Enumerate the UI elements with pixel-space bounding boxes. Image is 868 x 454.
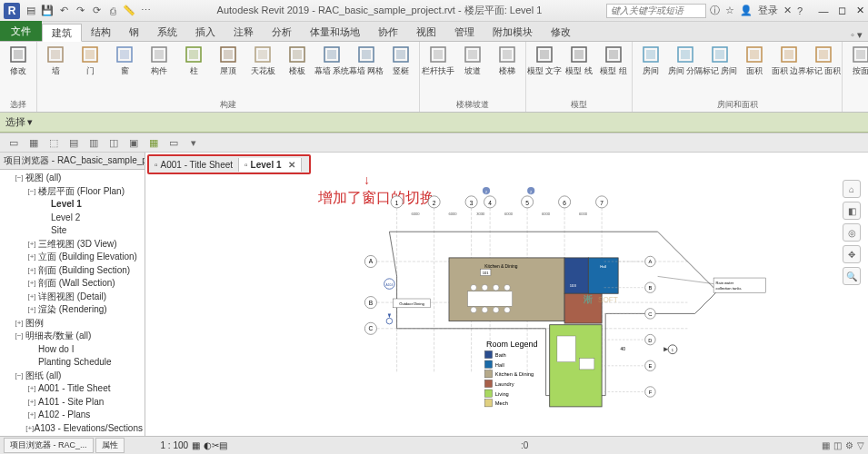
tree-item[interactable]: [+]立面 (Building Elevation) <box>2 251 143 264</box>
tree-toggle-icon[interactable]: [+] <box>25 291 38 302</box>
tree-toggle-icon[interactable]: [+] <box>25 304 38 315</box>
ribbon-button[interactable]: 屋顶 <box>214 44 243 76</box>
ribbon-tab[interactable]: 钢 <box>120 23 148 41</box>
ribbon-button[interactable]: 修改 <box>4 44 33 76</box>
ribbon-tab[interactable]: 修改 <box>542 23 580 41</box>
status-tab[interactable]: 属性 <box>95 438 125 453</box>
ribbon-button[interactable]: 墙 <box>41 44 70 76</box>
file-tab[interactable]: 文件 <box>0 21 42 41</box>
maximize-button[interactable]: ◻ <box>833 5 850 17</box>
close-icon[interactable]: ✕ <box>288 160 295 170</box>
ribbon-tab[interactable]: 系统 <box>148 23 186 41</box>
tree-item[interactable]: [+]A103 - Elevations/Sections <box>2 422 143 436</box>
ribbon-tab[interactable]: 管理 <box>445 23 484 41</box>
view-tab[interactable]: ▫Level 1✕ <box>239 158 301 172</box>
tree-item[interactable]: [+]图例 <box>2 317 143 331</box>
ribbon-tab[interactable]: 建筑 <box>42 24 82 42</box>
ribbon-button[interactable]: 面积 边界 <box>774 44 803 76</box>
scale-label[interactable]: 1 : 100 <box>161 440 189 450</box>
nav-home-icon[interactable]: ⌂ <box>843 180 861 198</box>
ribbon-button[interactable]: 竖梃 <box>386 44 415 76</box>
tree-toggle-icon[interactable]: [+] <box>25 278 38 289</box>
tree-item[interactable]: [+]A104 - Elev./Sec./Det. <box>2 435 143 436</box>
help-icon[interactable]: ? <box>797 5 803 16</box>
ribbon-button[interactable]: 构件 <box>145 44 174 76</box>
tree-item[interactable]: How do I <box>2 343 143 357</box>
ribbon-button[interactable]: 房间 <box>636 44 665 76</box>
tree-item[interactable]: [−]明细表/数量 (all) <box>2 330 143 343</box>
ribbon-tab[interactable]: 附加模块 <box>484 23 542 41</box>
ribbon-button[interactable]: 按面 <box>846 44 868 76</box>
nav-cube-icon[interactable]: ◧ <box>843 202 861 220</box>
tree-toggle-icon[interactable]: [+] <box>25 410 38 420</box>
qat-more-icon[interactable]: ⋯ <box>138 4 153 18</box>
ribbon-button[interactable]: 幕墙 网格 <box>352 44 381 76</box>
ribbon-button[interactable]: 幕墙 系统 <box>317 44 346 76</box>
ribbon-button[interactable]: 楼板 <box>283 44 312 76</box>
ribbon-tab[interactable]: 协作 <box>369 23 407 41</box>
ribbon-tab[interactable]: 体量和场地 <box>301 23 369 41</box>
user-icon[interactable]: 👤 <box>740 5 753 16</box>
status-icon[interactable]: ◫ <box>833 440 842 450</box>
tree-toggle-icon[interactable]: [−] <box>13 331 25 341</box>
tree-item[interactable]: [+]A101 - Site Plan <box>2 396 143 410</box>
vc-icon[interactable]: ▦ <box>145 135 162 150</box>
ribbon-button[interactable]: 楼梯 <box>493 44 522 76</box>
tree-item[interactable]: [+]A102 - Plans <box>2 409 143 422</box>
vc-icon[interactable]: ◫ <box>105 135 122 150</box>
vc-icon[interactable]: ⬚ <box>45 135 62 150</box>
ribbon-help-icon[interactable]: ◦ ▾ <box>851 29 863 41</box>
vc-icon[interactable]: ▥ <box>85 135 102 150</box>
tree-item[interactable]: [+]三维视图 (3D View) <box>2 238 143 252</box>
tree-item[interactable]: [+]详图视图 (Detail) <box>2 291 143 304</box>
ribbon-button[interactable]: 面积 <box>740 44 769 76</box>
status-filter-icon[interactable]: ▽ <box>857 440 864 450</box>
close-button[interactable]: ✕ <box>852 5 868 17</box>
tree-item[interactable]: [+]剖面 (Wall Section) <box>2 277 143 291</box>
info-icon[interactable]: ⓘ <box>710 4 720 17</box>
tree-item[interactable]: [−]楼层平面 (Floor Plan) <box>2 185 143 199</box>
status-icon[interactable]: ▤ <box>219 440 227 450</box>
qat-undo-icon[interactable]: ↶ <box>56 4 71 18</box>
nav-zoom-icon[interactable]: 🔍 <box>843 267 861 285</box>
ribbon-tab[interactable]: 结构 <box>82 23 120 41</box>
tree-item[interactable]: Site <box>2 224 143 238</box>
ribbon-tab[interactable]: 视图 <box>407 23 445 41</box>
login-label[interactable]: 登录 <box>758 4 778 17</box>
tree-toggle-icon[interactable]: [−] <box>25 186 38 197</box>
ribbon-button[interactable]: 窗 <box>110 44 139 76</box>
vc-icon[interactable]: ▭ <box>5 135 22 150</box>
vc-icon[interactable]: ▤ <box>65 135 82 150</box>
status-tab[interactable]: 项目浏览器 - RAC_... <box>4 438 94 453</box>
ribbon-button[interactable]: 栏杆扶手 <box>424 44 453 76</box>
tree-item[interactable]: [−]图纸 (all) <box>2 370 143 383</box>
ribbon-button[interactable]: 模型 文字 <box>530 44 559 76</box>
tree-item[interactable]: [−]视图 (all) <box>2 172 143 185</box>
tree-item[interactable]: [+]渲染 (Rendering) <box>2 303 143 317</box>
view-tab[interactable]: ▫A001 - Title Sheet <box>149 158 239 172</box>
ribbon-button[interactable]: 坡道 <box>458 44 487 76</box>
vc-icon[interactable]: ▦ <box>25 135 42 150</box>
tree-item[interactable]: Level 1 <box>2 198 143 212</box>
status-icon[interactable]: ◐ <box>204 440 212 450</box>
nav-pan-icon[interactable]: ✥ <box>843 245 861 263</box>
tree-item[interactable]: Planting Schedule <box>2 356 143 370</box>
status-icon[interactable]: ▦ <box>192 440 200 450</box>
ribbon-button[interactable]: 房间 分隔 <box>671 44 700 76</box>
tree-toggle-icon[interactable]: [+] <box>13 318 25 329</box>
tree-toggle-icon[interactable]: [+] <box>25 423 34 434</box>
star-icon[interactable]: ☆ <box>725 5 734 16</box>
ribbon-button[interactable]: 模型 线 <box>564 44 594 76</box>
ribbon-button[interactable]: 柱 <box>179 44 208 76</box>
qat-save-icon[interactable]: 💾 <box>40 4 55 18</box>
status-icon[interactable]: ✂ <box>212 440 219 450</box>
tree-toggle-icon[interactable]: [+] <box>25 397 38 408</box>
ribbon-tab[interactable]: 分析 <box>263 23 301 41</box>
ribbon-button[interactable]: 模型 组 <box>599 44 628 76</box>
ribbon-button[interactable]: 标记 房间 <box>705 44 734 76</box>
tree-item[interactable]: [+]A001 - Title Sheet <box>2 382 143 396</box>
ribbon-button[interactable]: 门 <box>75 44 105 76</box>
qat-measure-icon[interactable]: 📏 <box>122 4 136 18</box>
canvas[interactable]: ▫A001 - Title Sheet▫Level 1✕ ↓ 增加了窗口的切换 … <box>145 153 868 436</box>
ribbon-button[interactable]: 标记 面积 <box>809 44 838 76</box>
